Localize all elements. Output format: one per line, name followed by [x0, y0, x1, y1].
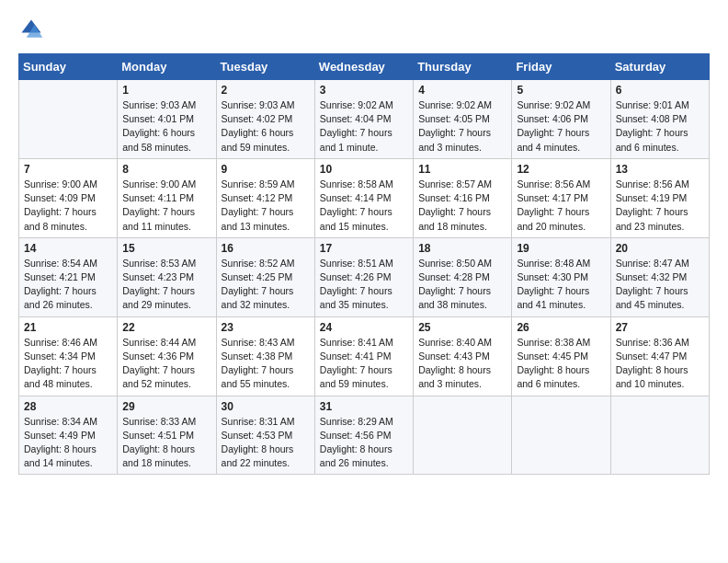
day-number: 29	[122, 400, 210, 413]
cell-content: Sunrise: 8:51 AM Sunset: 4:26 PM Dayligh…	[320, 257, 408, 313]
calendar-cell: 26Sunrise: 8:38 AM Sunset: 4:45 PM Dayli…	[512, 316, 610, 396]
day-number: 7	[24, 163, 112, 176]
day-number: 17	[320, 242, 408, 255]
day-number: 1	[122, 84, 210, 97]
day-number: 18	[418, 242, 506, 255]
day-number: 28	[24, 400, 112, 413]
calendar-cell	[414, 396, 512, 475]
cell-content: Sunrise: 8:53 AM Sunset: 4:23 PM Dayligh…	[122, 257, 210, 313]
calendar-cell: 24Sunrise: 8:41 AM Sunset: 4:41 PM Dayli…	[314, 316, 413, 396]
day-header-saturday: Saturday	[610, 54, 709, 80]
cell-content: Sunrise: 8:58 AM Sunset: 4:14 PM Dayligh…	[320, 178, 408, 234]
cell-content: Sunrise: 8:48 AM Sunset: 4:30 PM Dayligh…	[517, 257, 605, 313]
calendar-cell: 18Sunrise: 8:50 AM Sunset: 4:28 PM Dayli…	[414, 237, 512, 316]
cell-content: Sunrise: 8:40 AM Sunset: 4:43 PM Dayligh…	[418, 336, 506, 392]
cell-content: Sunrise: 8:29 AM Sunset: 4:56 PM Dayligh…	[320, 415, 408, 471]
day-number: 15	[122, 242, 210, 255]
calendar-cell: 22Sunrise: 8:44 AM Sunset: 4:36 PM Dayli…	[118, 316, 216, 396]
calendar-cell: 14Sunrise: 8:54 AM Sunset: 4:21 PM Dayli…	[19, 237, 118, 316]
cell-content: Sunrise: 9:03 AM Sunset: 4:02 PM Dayligh…	[222, 98, 310, 155]
calendar-week-row: 28Sunrise: 8:34 AM Sunset: 4:49 PM Dayli…	[19, 396, 710, 475]
cell-content: Sunrise: 9:01 AM Sunset: 4:08 PM Dayligh…	[616, 98, 704, 155]
cell-content: Sunrise: 8:47 AM Sunset: 4:32 PM Dayligh…	[616, 257, 704, 313]
calendar-cell: 25Sunrise: 8:40 AM Sunset: 4:43 PM Dayli…	[414, 316, 512, 396]
cell-content: Sunrise: 9:02 AM Sunset: 4:04 PM Dayligh…	[320, 98, 408, 155]
calendar-cell: 11Sunrise: 8:57 AM Sunset: 4:16 PM Dayli…	[414, 158, 512, 237]
day-header-sunday: Sunday	[19, 54, 118, 80]
calendar-cell	[512, 396, 610, 475]
calendar-cell: 15Sunrise: 8:53 AM Sunset: 4:23 PM Dayli…	[118, 237, 216, 316]
day-number: 30	[222, 400, 310, 413]
cell-content: Sunrise: 8:34 AM Sunset: 4:49 PM Dayligh…	[24, 415, 112, 471]
cell-content: Sunrise: 8:36 AM Sunset: 4:47 PM Dayligh…	[616, 336, 704, 392]
day-header-thursday: Thursday	[414, 54, 512, 80]
day-number: 9	[222, 163, 310, 176]
calendar-cell: 5Sunrise: 9:02 AM Sunset: 4:06 PM Daylig…	[512, 80, 610, 159]
day-number: 26	[517, 321, 605, 334]
cell-content: Sunrise: 9:03 AM Sunset: 4:01 PM Dayligh…	[122, 98, 210, 155]
calendar-cell: 8Sunrise: 9:00 AM Sunset: 4:11 PM Daylig…	[118, 158, 216, 237]
day-number: 16	[222, 242, 310, 255]
calendar-cell: 1Sunrise: 9:03 AM Sunset: 4:01 PM Daylig…	[118, 80, 216, 159]
day-number: 21	[24, 321, 112, 334]
day-number: 6	[616, 84, 704, 97]
day-number: 20	[616, 242, 704, 255]
calendar-header-row: SundayMondayTuesdayWednesdayThursdayFrid…	[19, 54, 710, 80]
cell-content: Sunrise: 8:44 AM Sunset: 4:36 PM Dayligh…	[122, 336, 210, 392]
day-number: 3	[320, 84, 408, 97]
cell-content: Sunrise: 8:52 AM Sunset: 4:25 PM Dayligh…	[222, 257, 310, 313]
calendar-cell	[610, 396, 709, 475]
calendar-cell: 20Sunrise: 8:47 AM Sunset: 4:32 PM Dayli…	[610, 237, 709, 316]
day-number: 23	[222, 321, 310, 334]
cell-content: Sunrise: 9:02 AM Sunset: 4:05 PM Dayligh…	[418, 98, 506, 155]
calendar-cell: 13Sunrise: 8:56 AM Sunset: 4:19 PM Dayli…	[610, 158, 709, 237]
calendar-cell: 12Sunrise: 8:56 AM Sunset: 4:17 PM Dayli…	[512, 158, 610, 237]
calendar-table: SundayMondayTuesdayWednesdayThursdayFrid…	[18, 53, 710, 475]
calendar-week-row: 1Sunrise: 9:03 AM Sunset: 4:01 PM Daylig…	[19, 80, 710, 159]
calendar-cell: 23Sunrise: 8:43 AM Sunset: 4:38 PM Dayli…	[216, 316, 314, 396]
calendar-cell: 19Sunrise: 8:48 AM Sunset: 4:30 PM Dayli…	[512, 237, 610, 316]
cell-content: Sunrise: 8:56 AM Sunset: 4:19 PM Dayligh…	[616, 178, 704, 234]
calendar-cell: 28Sunrise: 8:34 AM Sunset: 4:49 PM Dayli…	[19, 396, 118, 475]
logo	[18, 17, 48, 42]
day-number: 13	[616, 163, 704, 176]
cell-content: Sunrise: 8:54 AM Sunset: 4:21 PM Dayligh…	[24, 257, 112, 313]
cell-content: Sunrise: 8:43 AM Sunset: 4:38 PM Dayligh…	[222, 336, 310, 392]
cell-content: Sunrise: 9:00 AM Sunset: 4:11 PM Dayligh…	[122, 178, 210, 234]
cell-content: Sunrise: 8:50 AM Sunset: 4:28 PM Dayligh…	[418, 257, 506, 313]
day-header-monday: Monday	[118, 54, 216, 80]
calendar-cell: 29Sunrise: 8:33 AM Sunset: 4:51 PM Dayli…	[118, 396, 216, 475]
day-number: 19	[517, 242, 605, 255]
day-number: 10	[320, 163, 408, 176]
calendar-cell: 31Sunrise: 8:29 AM Sunset: 4:56 PM Dayli…	[314, 396, 413, 475]
cell-content: Sunrise: 8:56 AM Sunset: 4:17 PM Dayligh…	[517, 178, 605, 234]
logo-icon	[18, 17, 44, 42]
cell-content: Sunrise: 8:31 AM Sunset: 4:53 PM Dayligh…	[222, 415, 310, 471]
page: SundayMondayTuesdayWednesdayThursdayFrid…	[0, 0, 728, 484]
calendar-cell: 3Sunrise: 9:02 AM Sunset: 4:04 PM Daylig…	[314, 80, 413, 159]
day-number: 12	[517, 163, 605, 176]
calendar-cell: 9Sunrise: 8:59 AM Sunset: 4:12 PM Daylig…	[216, 158, 314, 237]
calendar-cell: 27Sunrise: 8:36 AM Sunset: 4:47 PM Dayli…	[610, 316, 709, 396]
day-number: 5	[517, 84, 605, 97]
header	[18, 17, 710, 42]
day-number: 22	[122, 321, 210, 334]
calendar-cell: 16Sunrise: 8:52 AM Sunset: 4:25 PM Dayli…	[216, 237, 314, 316]
day-number: 27	[616, 321, 704, 334]
cell-content: Sunrise: 9:00 AM Sunset: 4:09 PM Dayligh…	[24, 178, 112, 234]
cell-content: Sunrise: 8:38 AM Sunset: 4:45 PM Dayligh…	[517, 336, 605, 392]
day-number: 8	[122, 163, 210, 176]
cell-content: Sunrise: 9:02 AM Sunset: 4:06 PM Dayligh…	[517, 98, 605, 155]
cell-content: Sunrise: 8:33 AM Sunset: 4:51 PM Dayligh…	[122, 415, 210, 471]
calendar-week-row: 21Sunrise: 8:46 AM Sunset: 4:34 PM Dayli…	[19, 316, 710, 396]
day-number: 14	[24, 242, 112, 255]
calendar-cell: 2Sunrise: 9:03 AM Sunset: 4:02 PM Daylig…	[216, 80, 314, 159]
cell-content: Sunrise: 8:41 AM Sunset: 4:41 PM Dayligh…	[320, 336, 408, 392]
day-number: 25	[418, 321, 506, 334]
day-header-tuesday: Tuesday	[216, 54, 314, 80]
day-number: 11	[418, 163, 506, 176]
day-number: 4	[418, 84, 506, 97]
calendar-cell: 30Sunrise: 8:31 AM Sunset: 4:53 PM Dayli…	[216, 396, 314, 475]
cell-content: Sunrise: 8:59 AM Sunset: 4:12 PM Dayligh…	[222, 178, 310, 234]
calendar-cell: 6Sunrise: 9:01 AM Sunset: 4:08 PM Daylig…	[610, 80, 709, 159]
